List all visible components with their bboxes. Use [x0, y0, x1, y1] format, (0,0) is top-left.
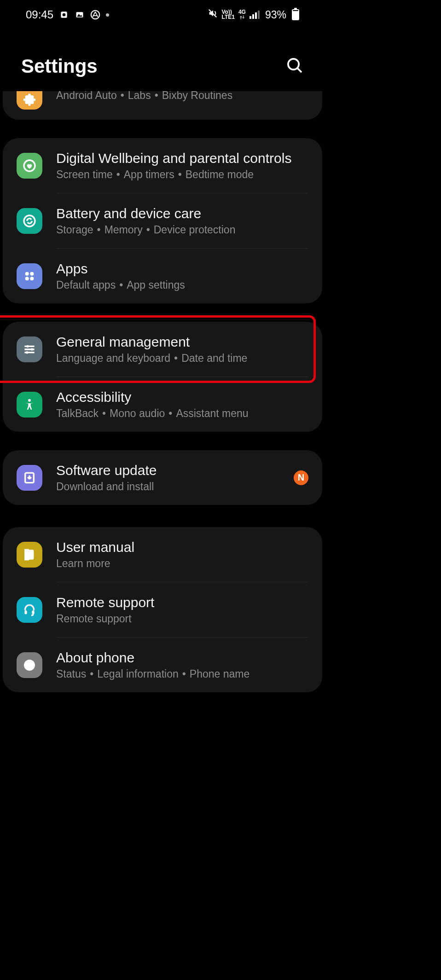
item-title: Digital Wellbeing and parental controls: [56, 150, 308, 167]
item-subtitle: Android Auto•Labs•Bixby Routines: [56, 91, 308, 102]
item-subtitle: Screen time•App timers•Bedtime mode: [56, 168, 308, 181]
status-right: Vo))LTE1 4G 93%: [208, 8, 299, 21]
svg-point-20: [28, 399, 31, 401]
settings-item-software-update[interactable]: Software updateDownload and installN: [3, 450, 322, 505]
item-text: General managementLanguage and keyboard•…: [56, 334, 308, 365]
svg-point-17: [26, 345, 29, 347]
info-circle-icon: [17, 652, 42, 678]
item-subtitle: Remote support: [56, 613, 308, 625]
item-subtitle: Learn more: [56, 557, 308, 570]
svg-line-7: [298, 69, 302, 72]
settings-group-software-group: Software updateDownload and installN: [3, 450, 322, 505]
svg-point-9: [24, 215, 35, 226]
svg-rect-26: [32, 610, 34, 614]
item-text: AppsDefault apps•App settings: [56, 261, 308, 291]
item-subtitle: Download and install: [56, 481, 288, 493]
status-left: 09:45: [26, 8, 109, 21]
item-text: Android Auto•Labs•Bixby Routines: [56, 91, 308, 102]
volte-label: Vo))LTE1: [221, 10, 234, 20]
item-title: Apps: [56, 261, 308, 277]
mute-vibrate-icon: [208, 8, 218, 21]
settings-item-battery-care[interactable]: Battery and device careStorage•Memory•De…: [3, 193, 322, 248]
battery-icon: [292, 9, 299, 20]
notification-badge: N: [294, 470, 308, 485]
signal-strength-icon: [250, 11, 260, 19]
item-title: Accessibility: [56, 389, 308, 406]
settings-header: Settings: [0, 28, 325, 91]
item-text: About phoneStatus•Legal information•Phon…: [56, 649, 308, 680]
search-icon: [285, 56, 304, 75]
item-title: Software update: [56, 462, 288, 479]
settings-item-user-manual[interactable]: ?User manualLearn more: [3, 527, 322, 582]
settings-list[interactable]: Android Auto•Labs•Bixby RoutinesDigital …: [0, 91, 325, 692]
battery-percentage: 93%: [265, 9, 286, 21]
item-text: Remote supportRemote support: [56, 594, 308, 625]
item-title: About phone: [56, 649, 308, 666]
svg-text:?: ?: [29, 551, 33, 558]
settings-item-general-management[interactable]: General managementLanguage and keyboard•…: [3, 322, 322, 377]
settings-group-adv-group: Android Auto•Labs•Bixby Routines: [3, 91, 322, 120]
gallery-icon: [75, 10, 85, 20]
download-box-icon: [17, 465, 42, 491]
sliders-icon: [17, 336, 42, 362]
media-icon: [59, 10, 69, 20]
item-title: Battery and device care: [56, 205, 308, 222]
svg-point-13: [30, 277, 34, 280]
app-store-icon: [90, 10, 100, 20]
settings-item-apps[interactable]: AppsDefault apps•App settings: [3, 249, 322, 303]
item-subtitle: Language and keyboard•Date and time: [56, 352, 308, 365]
network-4g-label: 4G: [238, 10, 246, 20]
refresh-circle-icon: [17, 208, 42, 234]
settings-item-remote-support[interactable]: Remote supportRemote support: [3, 582, 322, 637]
settings-group-wellbeing-group: Digital Wellbeing and parental controlsS…: [3, 138, 322, 303]
svg-point-12: [25, 277, 29, 280]
settings-item-about-phone[interactable]: About phoneStatus•Legal information•Phon…: [3, 638, 322, 692]
item-text: Digital Wellbeing and parental controlsS…: [56, 150, 308, 181]
svg-point-6: [288, 59, 299, 70]
search-button[interactable]: [285, 56, 304, 76]
svg-point-10: [25, 272, 29, 275]
page-title: Settings: [21, 55, 98, 77]
status-bar: 09:45 Vo))LTE1 4G: [0, 0, 325, 28]
item-text: Software updateDownload and install: [56, 462, 288, 493]
device-frame: 09:45 Vo))LTE1 4G: [0, 0, 325, 980]
accessibility-person-icon: [17, 392, 42, 418]
svg-point-18: [31, 348, 33, 350]
svg-point-11: [30, 272, 34, 275]
heart-circle-icon: [17, 153, 42, 179]
item-title: Remote support: [56, 594, 308, 611]
item-text: Battery and device careStorage•Memory•De…: [56, 205, 308, 236]
settings-item-digital-wellbeing[interactable]: Digital Wellbeing and parental controlsS…: [3, 138, 322, 193]
more-notifications-dot: [106, 13, 109, 17]
item-subtitle: TalkBack•Mono audio•Assistant menu: [56, 407, 308, 420]
item-subtitle: Storage•Memory•Device protection: [56, 224, 308, 236]
item-subtitle: Default apps•App settings: [56, 279, 308, 291]
item-text: AccessibilityTalkBack•Mono audio•Assista…: [56, 389, 308, 420]
apps-grid-icon: [17, 263, 42, 289]
item-title: User manual: [56, 539, 308, 556]
svg-rect-29: [29, 664, 30, 668]
settings-item-accessibility[interactable]: AccessibilityTalkBack•Mono audio•Assista…: [3, 377, 322, 432]
puzzle-icon: [17, 91, 42, 110]
settings-item-advanced-features[interactable]: Android Auto•Labs•Bixby Routines: [3, 91, 322, 120]
svg-point-19: [26, 351, 28, 354]
item-subtitle: Status•Legal information•Phone name: [56, 668, 308, 680]
settings-group-about-group: ?User manualLearn moreRemote supportRemo…: [3, 527, 322, 692]
book-help-icon: ?: [17, 542, 42, 568]
settings-group-general-group: General managementLanguage and keyboard•…: [3, 322, 322, 432]
status-time: 09:45: [26, 8, 53, 21]
item-text: User manualLearn more: [56, 539, 308, 570]
svg-rect-25: [24, 610, 27, 614]
item-title: General management: [56, 334, 308, 350]
headset-icon: [17, 597, 42, 623]
svg-point-1: [63, 13, 66, 17]
